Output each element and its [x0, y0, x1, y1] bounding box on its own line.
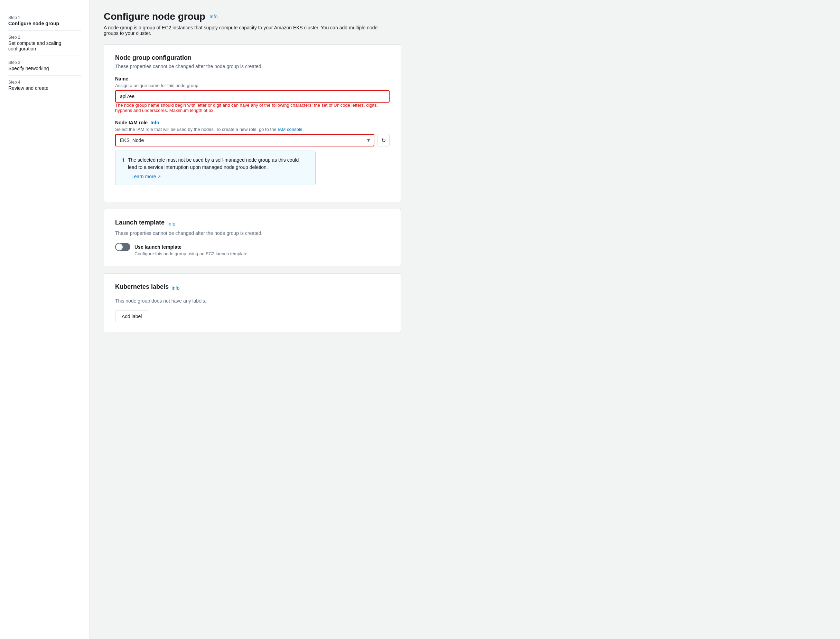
step2-number: Step 2	[8, 35, 81, 40]
iam-role-select-wrapper: EKS_Node ▼	[115, 134, 375, 146]
toggle-description: Configure this node group using an EC2 l…	[134, 251, 390, 256]
sidebar-item-step1[interactable]: Step 1 Configure node group	[8, 11, 81, 31]
launch-template-info-link[interactable]: Info	[167, 221, 175, 227]
node-group-config-card: Node group configuration These propertie…	[104, 44, 401, 202]
toggle-label: Use launch template	[134, 244, 182, 250]
name-description: Assign a unique name for this node group…	[115, 83, 390, 88]
info-box-text: The selected role must not be used by a …	[128, 156, 308, 171]
main-content: Configure node group Info A node group i…	[90, 0, 840, 639]
sidebar-item-step3[interactable]: Step 3 Specify networking	[8, 56, 81, 76]
step1-label: Configure node group	[8, 21, 81, 26]
name-field-group: Name Assign a unique name for this node …	[115, 76, 390, 113]
page-info-link[interactable]: Info	[209, 14, 217, 19]
iam-role-select[interactable]: EKS_Node	[115, 134, 375, 146]
launch-template-title: Launch template	[115, 219, 164, 226]
external-link-icon: ↗	[158, 175, 161, 179]
iam-role-field-group: Node IAM role Info Select the IAM role t…	[115, 120, 390, 185]
step4-number: Step 4	[8, 80, 81, 84]
launch-template-card: Launch template Info These properties ca…	[104, 209, 401, 266]
page-title: Configure node group	[104, 11, 205, 22]
launch-template-toggle[interactable]	[115, 243, 130, 251]
sidebar-item-step4[interactable]: Step 4 Review and create	[8, 76, 81, 95]
info-circle-icon: ℹ	[123, 157, 124, 164]
kubernetes-labels-empty: This node group does not have any labels…	[115, 298, 390, 304]
add-label-button[interactable]: Add label	[115, 310, 148, 322]
sidebar-item-step2[interactable]: Step 2 Set compute and scaling configura…	[8, 31, 81, 56]
refresh-button[interactable]: ↻	[377, 134, 390, 146]
page-description: A node group is a group of EC2 instances…	[104, 25, 380, 36]
kubernetes-labels-card: Kubernetes labels Info This node group d…	[104, 273, 401, 332]
name-validation-text: The node group name should begin with le…	[115, 103, 390, 113]
name-input[interactable]	[115, 90, 390, 103]
launch-template-toggle-row: Use launch template	[115, 243, 390, 251]
step4-label: Review and create	[8, 85, 81, 91]
step3-label: Specify networking	[8, 66, 81, 71]
learn-more-link[interactable]: Learn more ↗	[131, 174, 308, 179]
kubernetes-labels-info-link[interactable]: Info	[171, 285, 179, 291]
iam-console-link[interactable]: IAM console	[277, 127, 303, 132]
name-label: Name	[115, 76, 390, 81]
role-info-box: ℹ The selected role must not be used by …	[115, 151, 316, 185]
info-box-row: ℹ The selected role must not be used by …	[123, 156, 308, 171]
page-header: Configure node group Info	[104, 11, 826, 22]
iam-role-label: Node IAM role Info	[115, 120, 390, 126]
kubernetes-labels-title: Kubernetes labels	[115, 283, 169, 291]
step3-number: Step 3	[8, 60, 81, 65]
iam-role-info-link[interactable]: Info	[150, 120, 159, 126]
refresh-icon: ↻	[381, 137, 386, 144]
step1-number: Step 1	[8, 15, 81, 20]
iam-role-description: Select the IAM role that will be used by…	[115, 127, 390, 132]
launch-template-subtitle: These properties cannot be changed after…	[115, 230, 390, 236]
node-group-config-title: Node group configuration	[115, 54, 390, 62]
node-group-config-subtitle: These properties cannot be changed after…	[115, 64, 390, 69]
toggle-knob	[116, 243, 123, 250]
iam-role-select-row: EKS_Node ▼ ↻	[115, 134, 390, 146]
sidebar: Step 1 Configure node group Step 2 Set c…	[0, 0, 90, 639]
step2-label: Set compute and scaling configuration	[8, 40, 81, 51]
